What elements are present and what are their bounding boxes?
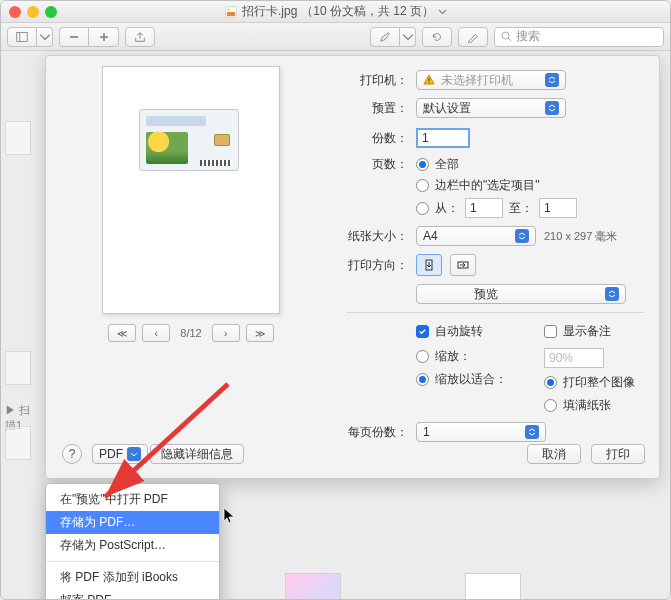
preset-label: 预置： xyxy=(346,100,408,117)
select-arrows-icon xyxy=(515,229,529,243)
toolbar: 搜索 xyxy=(1,23,670,51)
prev-page-button[interactable]: ‹ xyxy=(142,324,170,342)
fit-fill-label: 填满纸张 xyxy=(563,397,611,414)
preset-select[interactable]: 默认设置 xyxy=(416,98,566,118)
bg-thumb[interactable] xyxy=(285,573,341,600)
help-button[interactable]: ? xyxy=(62,444,82,464)
printer-value: 未选择打印机 xyxy=(441,72,513,89)
pdf-menu-item[interactable]: 邮寄 PDF xyxy=(46,589,219,600)
window-title: 招行卡.jpg （10 份文稿，共 12 页） xyxy=(1,3,670,20)
pages-to-input[interactable]: 1 xyxy=(539,198,577,218)
paper-size-value: A4 xyxy=(423,229,438,243)
select-arrows-icon xyxy=(605,287,619,301)
sidebar-mode-chevron[interactable] xyxy=(37,27,53,47)
window-title-suffix: （10 份文稿，共 12 页） xyxy=(301,3,434,20)
pages-range-label: 从： xyxy=(435,200,459,217)
pages-selection-radio[interactable] xyxy=(416,179,429,192)
window-zoom-button[interactable] xyxy=(45,6,57,18)
share-button[interactable] xyxy=(125,27,155,47)
cursor-icon xyxy=(223,507,237,528)
chevron-down-icon xyxy=(438,9,447,15)
fit-fill-radio[interactable] xyxy=(544,399,557,412)
hide-details-button[interactable]: 隐藏详细信息 xyxy=(150,444,244,464)
menu-separator xyxy=(46,561,219,562)
copies-label: 份数： xyxy=(346,130,408,147)
fit-whole-radio[interactable] xyxy=(544,376,557,389)
pages-label: 页数： xyxy=(346,156,408,173)
auto-rotate-label: 自动旋转 xyxy=(435,323,483,340)
markup-chevron[interactable] xyxy=(400,27,416,47)
print-preview-column: ≪ ‹ 8/12 › ≫ xyxy=(86,66,296,342)
auto-rotate-checkbox[interactable] xyxy=(416,325,429,338)
scale-radio[interactable] xyxy=(416,350,429,363)
content: ▶ 扫描1 ≪ ‹ 8/12 › ≫ xyxy=(1,51,670,600)
print-button[interactable]: 打印 xyxy=(591,444,645,464)
markup-button[interactable] xyxy=(370,27,400,47)
paper-size-select[interactable]: A4 xyxy=(416,226,536,246)
pages-all-text: 全部 xyxy=(435,156,459,173)
copies-per-page-value: 1 xyxy=(423,425,430,439)
orientation-label: 打印方向： xyxy=(346,257,408,274)
select-arrows-icon xyxy=(545,101,559,115)
print-sheet: ≪ ‹ 8/12 › ≫ 打印机： 未选择打印机 xyxy=(45,55,660,479)
edit-button[interactable] xyxy=(458,27,488,47)
orientation-portrait-button[interactable] xyxy=(416,254,442,276)
jpeg-icon xyxy=(224,5,238,19)
copies-per-page-label: 每页份数： xyxy=(346,424,408,441)
first-page-button[interactable]: ≪ xyxy=(108,324,136,342)
paper-size-label: 纸张大小： xyxy=(346,228,408,245)
next-page-button[interactable]: › xyxy=(212,324,240,342)
sidebar-thumb[interactable] xyxy=(5,351,31,385)
bg-thumb[interactable] xyxy=(465,573,521,600)
rotate-button[interactable] xyxy=(422,27,452,47)
pdf-dropdown-menu: 在"预览"中打开 PDF存储为 PDF…存储为 PostScript…将 PDF… xyxy=(45,483,220,600)
zoom-out-button[interactable] xyxy=(59,27,89,47)
sidebar-toggle-button[interactable] xyxy=(7,27,37,47)
pdf-menu-item[interactable]: 存储为 PDF… xyxy=(46,511,219,534)
svg-rect-0 xyxy=(226,6,237,17)
pages-all-radio[interactable] xyxy=(416,158,429,171)
search-input[interactable]: 搜索 xyxy=(494,27,664,47)
printer-label: 打印机： xyxy=(346,72,408,89)
search-placeholder: 搜索 xyxy=(516,28,540,45)
printer-select[interactable]: 未选择打印机 xyxy=(416,70,566,90)
fit-radio[interactable] xyxy=(416,373,429,386)
preset-value: 默认设置 xyxy=(423,100,471,117)
sidebar-thumb[interactable] xyxy=(5,121,31,155)
pdf-menu-item[interactable]: 存储为 PostScript… xyxy=(46,534,219,557)
scale-input[interactable]: 90% xyxy=(544,348,604,368)
copies-input[interactable]: 1 xyxy=(416,128,470,148)
pdf-menu-item[interactable]: 在"预览"中打开 PDF xyxy=(46,488,219,511)
window-title-filename: 招行卡.jpg xyxy=(242,3,297,20)
cancel-button[interactable]: 取消 xyxy=(527,444,581,464)
last-page-button[interactable]: ≫ xyxy=(246,324,274,342)
page-navigator: ≪ ‹ 8/12 › ≫ xyxy=(86,324,296,342)
page-indicator: 8/12 xyxy=(176,327,205,339)
pages-to-label: 至： xyxy=(509,200,533,217)
pages-selection-text: 边栏中的"选定项目" xyxy=(435,177,540,194)
search-icon xyxy=(501,31,512,42)
select-arrows-icon xyxy=(545,73,559,87)
pages-from-input[interactable]: 1 xyxy=(465,198,503,218)
dialog-actions: 取消 打印 xyxy=(527,444,645,464)
pages-range-radio[interactable] xyxy=(416,202,429,215)
section-select[interactable]: 预览 xyxy=(416,284,626,304)
copies-per-page-select[interactable]: 1 xyxy=(416,422,546,442)
window-close-button[interactable] xyxy=(9,6,21,18)
pdf-menu-item[interactable]: 将 PDF 添加到 iBooks xyxy=(46,566,219,589)
fit-whole-label: 打印整个图像 xyxy=(563,374,635,391)
print-preview-page xyxy=(102,66,280,314)
orientation-landscape-button[interactable] xyxy=(450,254,476,276)
fit-label: 缩放以适合： xyxy=(435,371,507,388)
sidebar-thumb[interactable] xyxy=(5,426,31,460)
svg-rect-3 xyxy=(17,32,28,41)
zoom-in-button[interactable] xyxy=(89,27,119,47)
show-notes-checkbox[interactable] xyxy=(544,325,557,338)
window: 招行卡.jpg （10 份文稿，共 12 页） 搜索 xyxy=(0,0,671,600)
sidebar: ▶ 扫描1 xyxy=(1,51,37,600)
pdf-menu-button[interactable]: PDF xyxy=(92,444,148,464)
svg-point-2 xyxy=(227,8,229,10)
pdf-button-label: PDF xyxy=(99,447,123,461)
window-minimize-button[interactable] xyxy=(27,6,39,18)
scale-label: 缩放： xyxy=(435,348,471,365)
